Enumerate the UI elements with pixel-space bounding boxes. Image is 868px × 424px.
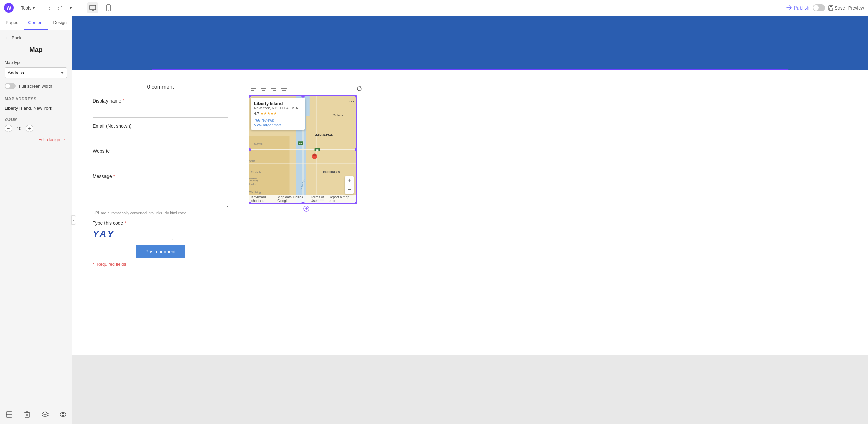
sidebar-content: ← Back Map Map type Address Coordinates …: [0, 30, 72, 405]
resize-handle-bl[interactable]: [249, 202, 251, 204]
message-textarea[interactable]: [93, 181, 228, 208]
keyboard-shortcuts[interactable]: Keyboard shortcuts: [251, 195, 277, 203]
map-widget[interactable]: 278 22 Newark MANHATTAN BROOKLYN Summit …: [249, 95, 357, 204]
map-zoom-out-button[interactable]: −: [345, 185, 354, 194]
more-button[interactable]: ▾: [67, 4, 75, 12]
svg-point-61: [313, 154, 316, 157]
required-star-cap: *: [124, 220, 126, 226]
email-input[interactable]: [93, 131, 228, 143]
svg-rect-34: [306, 116, 333, 203]
map-type-select[interactable]: Address Coordinates: [5, 67, 67, 78]
captcha-input[interactable]: [119, 228, 173, 240]
redo-button[interactable]: [55, 4, 65, 12]
align-left-button[interactable]: [249, 84, 258, 93]
map-address-input[interactable]: [5, 104, 67, 112]
map-align-tools: [249, 84, 289, 93]
required-star-msg: *: [113, 173, 115, 179]
map-zoom-in-button[interactable]: +: [345, 176, 354, 185]
svg-text:Summit: Summit: [254, 143, 262, 145]
add-section-button[interactable]: [4, 409, 15, 420]
zoom-label: Zoom: [5, 117, 67, 122]
message-label: Message *: [93, 173, 228, 179]
svg-text:MANHATTAN: MANHATTAN: [315, 134, 333, 137]
tab-pages[interactable]: Pages: [0, 16, 24, 30]
map-rating-row: 4.7 ★★★★★: [254, 111, 302, 116]
tools-menu[interactable]: Tools ▾: [18, 4, 38, 12]
resize-handle-bm[interactable]: [301, 202, 305, 204]
report-map-error[interactable]: Report a map error: [329, 195, 354, 203]
visibility-button[interactable]: [58, 409, 69, 420]
back-button[interactable]: ← Back: [5, 35, 67, 40]
map-bottom-handle[interactable]: [249, 205, 364, 214]
topbar-right: Publish Save Preview: [786, 4, 864, 11]
post-comment-button[interactable]: Post comment: [136, 245, 185, 258]
preview-button[interactable]: Preview: [848, 5, 864, 11]
align-center-button[interactable]: [259, 84, 268, 93]
svg-rect-7: [829, 8, 832, 10]
map-address-label: Map address: [5, 97, 67, 102]
svg-point-4: [108, 10, 109, 11]
resize-handle-br[interactable]: [355, 202, 357, 204]
svg-text:Westfield: Westfield: [249, 178, 257, 180]
svg-text:→: →: [330, 123, 332, 125]
toggle-knob: [813, 5, 819, 11]
email-label: Email (Not shown): [93, 123, 228, 129]
chevron-down-icon: ▾: [70, 5, 72, 11]
captcha-label: Type this code *: [93, 220, 228, 226]
view-larger-map-link[interactable]: View larger map: [254, 123, 302, 127]
tab-design[interactable]: Design: [48, 16, 72, 30]
map-rating-value: 4.7: [254, 112, 259, 116]
map-location-address: New York, NY 10004, USA: [254, 106, 302, 110]
zoom-plus-button[interactable]: +: [26, 125, 33, 132]
map-location-name: Liberty Island: [254, 101, 302, 106]
map-dots-menu[interactable]: ⋯: [349, 98, 354, 105]
captcha-row: YAY: [93, 228, 228, 240]
align-right-button[interactable]: [269, 84, 278, 93]
edit-design-button[interactable]: Edit design →: [5, 137, 67, 142]
required-star: *: [123, 98, 124, 104]
chevron-down-icon: ▾: [33, 5, 35, 11]
zoom-minus-button[interactable]: −: [5, 125, 12, 132]
stretch-button[interactable]: [279, 84, 289, 93]
divider: [81, 4, 81, 12]
mobile-view-button[interactable]: [103, 2, 114, 13]
reset-button[interactable]: [354, 84, 364, 93]
sidebar: Pages Content Design ← Back Map Map type…: [0, 16, 72, 424]
website-input[interactable]: [93, 156, 228, 168]
undo-button[interactable]: [42, 4, 53, 12]
collapse-sidebar-button[interactable]: ‹: [71, 215, 76, 225]
publish-button[interactable]: Publish: [786, 5, 809, 11]
website-label: Website: [93, 148, 228, 154]
topbar: W Tools ▾ ▾ Publish: [0, 0, 868, 16]
publish-toggle[interactable]: [813, 4, 825, 11]
full-screen-toggle[interactable]: [5, 83, 16, 89]
form-hint: URL are automatically converted into lin…: [93, 211, 228, 215]
svg-text:22: 22: [316, 149, 319, 151]
display-name-input[interactable]: [93, 106, 228, 118]
save-button[interactable]: Save: [828, 5, 845, 11]
svg-text:278: 278: [299, 142, 303, 144]
delete-button[interactable]: [22, 409, 33, 420]
zoom-row: − 10 +: [5, 125, 67, 132]
resize-handle-mr[interactable]: [355, 148, 357, 151]
terms-of-use[interactable]: Terms of Use: [311, 195, 329, 203]
device-icons: ▾: [42, 4, 75, 12]
map-area: 278 22 Newark MANHATTAN BROOKLYN Summit …: [249, 96, 356, 203]
svg-text:Linden: Linden: [249, 183, 256, 185]
svg-rect-10: [25, 413, 29, 417]
svg-text:Elizabeth: Elizabeth: [251, 171, 261, 173]
map-reviews[interactable]: 766 reviews: [254, 117, 302, 123]
logo-icon[interactable]: W: [4, 3, 14, 13]
required-note: *: Required fields: [93, 262, 228, 267]
svg-text:Upper Bay: Upper Bay: [299, 179, 306, 190]
desktop-view-button[interactable]: [87, 2, 98, 13]
layers-button[interactable]: [40, 409, 51, 420]
svg-text:Township: Township: [250, 180, 258, 182]
comment-section: 0 comment Display name * Email (Not show…: [72, 70, 868, 280]
svg-marker-13: [42, 412, 48, 415]
hero-section: [72, 16, 868, 70]
resize-handle-tr[interactable]: [355, 95, 357, 98]
map-widget-container: 278 22 Newark MANHATTAN BROOKLYN Summit …: [249, 84, 364, 267]
tab-content[interactable]: Content: [24, 16, 48, 30]
main-canvas: 0 comment Display name * Email (Not show…: [72, 16, 868, 424]
